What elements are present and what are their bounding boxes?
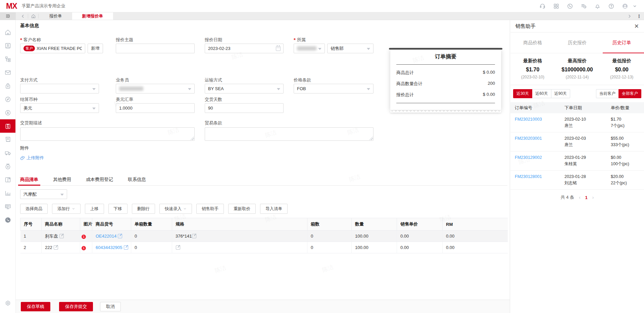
save-submit-button[interactable]: 保存并提交 (59, 302, 93, 311)
bell-icon[interactable] (594, 3, 601, 9)
order-no-link[interactable]: FM230129002 (515, 154, 564, 167)
tab-product-price[interactable]: 商品价格 (510, 33, 555, 53)
category-select[interactable]: 汽摩配 (20, 189, 67, 199)
collapse-menu-icon[interactable] (0, 12, 16, 20)
customer-name-field[interactable]: 客户 XIAN FREE TRADE PO (20, 44, 85, 53)
nav-home-icon[interactable] (0, 25, 15, 39)
tab-history-quotes[interactable]: 历史报价 (555, 33, 600, 53)
quote-date-value: 2023-02-23 (208, 46, 231, 51)
next-page-icon[interactable]: › (592, 195, 594, 200)
owner-dept-select[interactable]: 销售部 (327, 44, 374, 53)
more-vertical-icon[interactable]: ⋮ (637, 14, 641, 19)
edit-icon[interactable] (54, 245, 58, 250)
order-no-link[interactable]: FM230128001 (515, 174, 564, 186)
nav-display-monitor-icon[interactable] (0, 200, 15, 213)
nav-quote-clipboard-icon[interactable] (0, 119, 15, 133)
nav-bar-chart-icon[interactable] (0, 186, 15, 200)
caret-down-icon (318, 48, 321, 50)
product-code-link[interactable]: 60434432905 (96, 245, 122, 250)
table-row[interactable]: 2 222 1 60434432905 0 0 100.00 (20, 242, 508, 253)
apps-grid-icon[interactable] (553, 3, 559, 9)
quote-subject-label: 报价主题 (116, 37, 133, 43)
filter-90-days[interactable]: 近90天 (551, 89, 570, 98)
table-row[interactable]: 1 刹车盘 1 OE422014 0 376*141 0 100.00 (20, 231, 508, 242)
price-terms-select[interactable]: FOB (294, 84, 374, 93)
select-product-button[interactable]: 选择商品 (20, 204, 48, 214)
usd-rate-input[interactable]: 1.0000 (116, 103, 195, 113)
transport-select[interactable]: BY SEA (205, 84, 284, 93)
filter-current-customer[interactable]: 当前客户 (596, 89, 619, 98)
sales-assistant-button[interactable]: 销售助手 (196, 204, 224, 214)
quick-entry-button[interactable]: 快速录入 (159, 204, 192, 214)
home-icon[interactable] (29, 12, 38, 20)
quote-subject-input[interactable] (116, 44, 195, 53)
move-down-button[interactable]: 下移 (108, 204, 128, 214)
price-terms-label: 价格条款 (294, 77, 311, 83)
nav-contact-card-icon[interactable] (0, 39, 15, 52)
tab-cost-register[interactable]: 成本费用登记 (86, 174, 113, 185)
product-code-link[interactable]: OE422014 (96, 234, 116, 239)
add-customer-button[interactable]: 新增 (88, 44, 103, 53)
help-icon[interactable] (608, 3, 614, 9)
order-no-link[interactable]: FM230203001 (515, 135, 564, 148)
edit-icon[interactable] (118, 234, 122, 238)
task-history-icon[interactable] (580, 3, 587, 9)
nav-invoice-icon[interactable] (0, 133, 15, 146)
upload-attachment-link[interactable]: 上传附件 (20, 155, 44, 161)
import-list-button[interactable]: 导入清单 (260, 204, 288, 214)
add-row-button[interactable]: 添加行 (52, 204, 81, 214)
avatar[interactable] (622, 3, 628, 9)
assistant-filters: 近30天 近60天 近90天 当前客户 全部客户 (510, 85, 644, 102)
owner-user-select[interactable] (294, 44, 325, 53)
page-number[interactable]: 1 (585, 195, 588, 200)
tab-other-fees[interactable]: 其他费用 (53, 174, 71, 185)
nav-money-bag-icon[interactable] (0, 160, 15, 173)
tab-quote-list[interactable]: 报价单 (39, 12, 72, 20)
order-no-link[interactable]: FM230210003 (515, 116, 564, 129)
chevron-left-icon[interactable] (18, 12, 27, 20)
edit-icon[interactable] (192, 234, 196, 238)
whatsapp-icon[interactable] (566, 3, 573, 9)
chevron-right-icon[interactable] (625, 14, 634, 19)
salesman-select[interactable] (116, 84, 195, 93)
cancel-button[interactable]: 取消 (100, 302, 121, 311)
prev-page-icon[interactable]: ‹ (579, 195, 581, 200)
filter-60-days[interactable]: 近60天 (532, 89, 551, 98)
tab-new-quote[interactable]: 新增报价单 (72, 12, 113, 20)
filter-30-days[interactable]: 近30天 (513, 89, 532, 98)
save-draft-button[interactable]: 保存草稿 (21, 302, 50, 311)
col-qty: 数量 (352, 218, 397, 231)
nav-org-structure-icon[interactable] (0, 52, 15, 66)
edit-icon[interactable] (176, 245, 180, 250)
nav-bag-icon[interactable] (0, 79, 15, 92)
summary-row: 报价总计 $ 0.00 (396, 92, 495, 98)
tab-contact-info[interactable]: 联系信息 (128, 174, 146, 185)
move-up-button[interactable]: 上移 (85, 204, 104, 214)
delivery-days-input[interactable]: 90 (205, 103, 284, 113)
nav-compass-icon[interactable] (0, 92, 15, 106)
close-icon[interactable]: ✕ (634, 23, 639, 29)
delete-row-button[interactable]: 删除行 (132, 204, 155, 214)
chevron-down-icon[interactable] (631, 3, 638, 9)
nav-mail-icon[interactable] (0, 66, 15, 79)
trade-terms-textarea[interactable] (205, 127, 374, 141)
pagination-total: 共 4 条 (560, 194, 574, 200)
reprice-button[interactable]: 重新取价 (228, 204, 256, 214)
headset-icon[interactable] (539, 3, 546, 9)
filter-all-customers[interactable]: 全部客户 (618, 89, 641, 98)
tab-product-list[interactable]: 商品清单 (20, 174, 38, 185)
edit-icon[interactable] (124, 245, 128, 250)
stat-latest-price: 最新价格 $1.70 (2023-02-10) (510, 58, 555, 79)
edit-icon[interactable] (59, 234, 64, 238)
nav-truck-icon[interactable] (0, 146, 15, 160)
nav-settings-gear-icon[interactable] (0, 296, 15, 310)
nav-ledger-book-icon[interactable] (0, 173, 15, 186)
delivery-desc-textarea[interactable] (20, 127, 195, 141)
stat-highest-quote: 最高报价 $1000000.00 (2022-11-14) (555, 58, 600, 79)
currency-select[interactable]: 美元 (20, 103, 99, 113)
payment-select[interactable] (20, 84, 99, 93)
nav-circle-a-icon[interactable] (0, 106, 15, 119)
quote-date-input[interactable]: 2023-02-23 (205, 44, 284, 53)
nav-whatsapp-icon[interactable] (0, 213, 15, 227)
tab-history-orders[interactable]: 历史订单 (599, 33, 644, 53)
